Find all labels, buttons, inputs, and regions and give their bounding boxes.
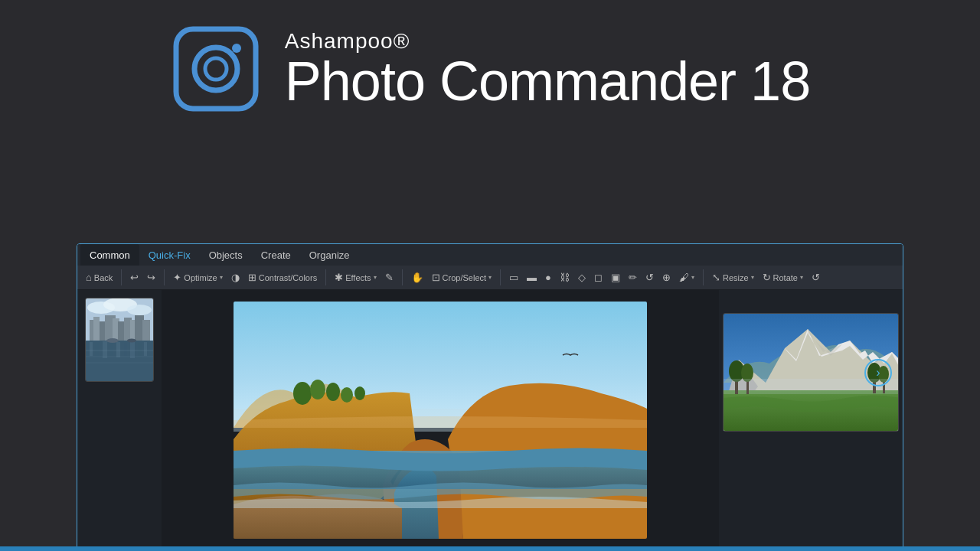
contrast-button[interactable]: ⊞ Contrast/Colors — [244, 269, 321, 285]
paint-button[interactable]: 🖌 ▾ — [675, 269, 698, 285]
undo-icon: ↩ — [130, 272, 139, 283]
adjust-button[interactable]: ◑ — [227, 269, 243, 285]
contrast-label: Contrast/Colors — [259, 273, 317, 282]
svg-rect-27 — [144, 342, 147, 356]
logo-product: Photo Commander 18 — [285, 54, 810, 109]
line-button[interactable]: ⛓ — [556, 269, 573, 285]
clone-icon: ⊕ — [662, 272, 671, 283]
effects-caret: ▾ — [374, 274, 377, 281]
main-image — [234, 302, 647, 539]
left-thumbnail[interactable] — [85, 298, 154, 382]
back-label: Back — [94, 273, 113, 282]
toolbar-group-nav: ⌂ Back — [82, 269, 122, 285]
svg-point-37 — [310, 380, 325, 399]
diamond-button[interactable]: ◇ — [574, 269, 590, 285]
svg-point-1 — [194, 47, 237, 90]
logo-section: Ashampoo® Photo Commander 18 — [0, 0, 980, 130]
hand-button[interactable]: ✋ — [407, 269, 427, 285]
undo-button[interactable]: ↩ — [126, 269, 142, 285]
app-logo-icon — [170, 23, 262, 115]
toolbar-group-tools: ✋ ⊡ Crop/Select ▾ — [407, 269, 501, 285]
brush-icon: ✎ — [385, 272, 394, 283]
tab-create[interactable]: Create — [252, 244, 300, 266]
svg-rect-0 — [176, 29, 256, 109]
tab-common[interactable]: Common — [80, 244, 139, 266]
city-harbor-scene — [86, 298, 154, 382]
resize-caret: ▾ — [751, 274, 754, 281]
next-arrow-icon: › — [876, 366, 880, 380]
hand-icon: ✋ — [411, 272, 423, 283]
effects-button[interactable]: ✱ Effects ▾ — [331, 269, 380, 285]
svg-point-2 — [205, 58, 227, 80]
adjust-icon: ◑ — [231, 272, 240, 283]
svg-rect-17 — [142, 320, 150, 341]
toolbar-group-shapes: ▭ ▬ ● ⛓ ◇ ◻ ▣ ✏ ↺ ⊕ 🖌 ▾ — [505, 269, 704, 285]
crop-button[interactable]: ⊡ Crop/Select ▾ — [428, 269, 495, 285]
effects-label: Effects — [345, 273, 371, 282]
toolbar-group-effects: ✱ Effects ▾ ✎ — [331, 269, 402, 285]
tab-organize[interactable]: Organize — [300, 244, 359, 266]
back-button[interactable]: ⌂ Back — [82, 269, 116, 285]
rotate-label: Rotate — [773, 273, 798, 282]
toolbar-group-transform: ⤡ Resize ▾ ↻ Rotate ▾ ↺ — [708, 269, 828, 285]
clone-button[interactable]: ⊕ — [658, 269, 675, 285]
rotate-left-button[interactable]: ↺ — [642, 269, 658, 285]
svg-rect-22 — [110, 343, 113, 357]
svg-point-7 — [127, 305, 152, 315]
svg-rect-19 — [90, 342, 93, 356]
svg-point-40 — [354, 386, 365, 400]
redo-icon: ↪ — [147, 272, 155, 283]
optimize-button[interactable]: ✦ Optimize ▾ — [169, 269, 226, 285]
svg-point-39 — [341, 387, 353, 403]
pen-icon: ✏ — [629, 272, 637, 283]
resize-button[interactable]: ⤡ Resize ▾ — [708, 269, 758, 285]
rect-button[interactable]: ▬ — [523, 269, 541, 285]
toolbar-group-optimize: ✦ Optimize ▾ ◑ ⊞ Contrast/Colors — [169, 269, 326, 285]
svg-rect-23 — [116, 342, 120, 357]
svg-rect-9 — [93, 317, 100, 341]
svg-rect-21 — [103, 341, 107, 358]
svg-point-31 — [106, 338, 119, 343]
next-button[interactable]: › — [864, 359, 892, 386]
circle-button[interactable]: ● — [541, 269, 555, 285]
rotate-left-icon: ↺ — [645, 272, 654, 283]
eraser-icon: ◻ — [594, 272, 603, 283]
crop-icon: ⊡ — [432, 272, 440, 283]
paint-icon: 🖌 — [679, 272, 689, 283]
eraser-button[interactable]: ◻ — [590, 269, 606, 285]
line-icon: ⛓ — [560, 272, 570, 283]
rect-icon: ▬ — [527, 272, 537, 283]
crop-label: Crop/Select — [443, 273, 486, 282]
paint-caret: ▾ — [691, 274, 694, 281]
crop-caret: ▾ — [488, 274, 492, 281]
svg-point-38 — [326, 383, 340, 401]
tab-objects[interactable]: Objects — [200, 244, 252, 266]
redo-button[interactable]: ↪ — [143, 269, 159, 285]
reset-button[interactable]: ↺ — [808, 269, 824, 285]
menu-bar: Common Quick-Fix Objects Create Organize — [77, 244, 903, 266]
frame-icon: ▭ — [509, 272, 518, 283]
rotate-icon: ↻ — [763, 272, 771, 283]
app-window: Common Quick-Fix Objects Create Organize… — [77, 243, 903, 549]
tab-quick-fix[interactable]: Quick-Fix — [139, 244, 200, 266]
reset-icon: ↺ — [812, 272, 820, 283]
brush-button[interactable]: ✎ — [381, 269, 397, 285]
optimize-caret: ▾ — [220, 274, 223, 281]
toolbar-group-history: ↩ ↪ — [126, 269, 165, 285]
effects-icon: ✱ — [335, 272, 343, 283]
optimize-icon: ✦ — [173, 272, 181, 283]
main-image-container — [162, 290, 719, 549]
content-area: › — [77, 290, 903, 549]
pen-button[interactable]: ✏ — [625, 269, 641, 285]
bottom-accent-bar — [0, 546, 980, 551]
rotate-caret: ▾ — [800, 274, 803, 281]
optimize-label: Optimize — [184, 273, 217, 282]
rotate-button[interactable]: ↻ Rotate ▾ — [759, 269, 807, 285]
stamp-button[interactable]: ▣ — [607, 269, 624, 285]
home-icon: ⌂ — [86, 272, 92, 283]
right-thumbnail[interactable]: › — [723, 313, 899, 432]
circle-icon: ● — [545, 272, 551, 283]
frame-button[interactable]: ▭ — [505, 269, 522, 285]
diamond-icon: ◇ — [578, 272, 586, 283]
svg-point-3 — [232, 44, 241, 53]
